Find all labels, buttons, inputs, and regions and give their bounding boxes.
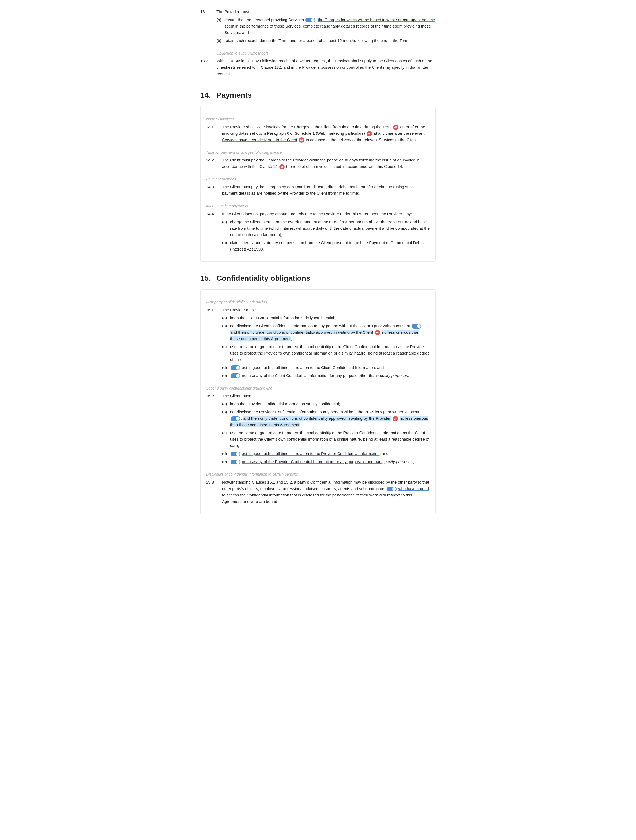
toggle-15-1-e[interactable]: [231, 374, 240, 378]
toggle-15-2-b[interactable]: [231, 416, 240, 421]
section-15-heading: 15. Confidentiality obligations: [200, 272, 436, 284]
section-15-box: First party confidentiality undertaking …: [200, 289, 436, 514]
hl-15-1-d: act in good faith at all times in relati…: [242, 365, 375, 370]
clause-num-14-3: 14.3: [206, 184, 222, 198]
clause-15-3: 15.3 Notwithstanding Clauses 15.1 and 15…: [206, 479, 430, 506]
clause-15-3-body: Notwithstanding Clauses 15.1 and 15.2, a…: [222, 479, 430, 505]
clause-13-2: 13.2 Within 10 Business Days following r…: [200, 58, 436, 79]
sublabel-first-party: First party confidentiality undertaking: [206, 299, 430, 305]
clause-15-2-e: (e) not use any of the Provider Confiden…: [222, 458, 430, 465]
sublabel-issue-invoices: Issue of invoices: [206, 116, 430, 122]
clause-13-1-intro: The Provider must:: [216, 9, 436, 15]
placeholder-15-1-e: specify purposes: [378, 373, 408, 378]
toggle-15-3[interactable]: [387, 486, 397, 491]
or-badge-14-2-a: or: [279, 164, 285, 169]
sublabel-disclosure: Disclosure of confidential information t…: [206, 471, 430, 477]
hl-14-1-a: from time to time during the Term: [333, 125, 392, 129]
hl-15-1-e: not use any of the Client Confidential I…: [242, 373, 378, 378]
clause-14-3: 14.3 The Client must pay the Charges by …: [206, 184, 430, 198]
sublabel-time-payment: Time for payment of charges following in…: [206, 150, 430, 155]
clause-14-3-body: The Client must pay the Charges by debit…: [222, 184, 430, 196]
clause-15-1-c: (c) use the same degree of care to prote…: [222, 344, 430, 363]
clause-15-1-b: (b) not disclose the Client Confidential…: [222, 323, 430, 342]
clause-15-1-a: (a) keep the Client Confidential Informa…: [222, 315, 430, 321]
clause-num-15-3: 15.3: [206, 479, 222, 506]
section-14-box: Issue of invoices 14.1 The Provider shal…: [200, 106, 436, 262]
clause-13-1-b: (b) retain such records during the Term,…: [216, 38, 436, 44]
sublabel-obligation: Obligation to supply timesheets: [216, 50, 436, 56]
section-13: 13.1 The Provider must: (a) ensure that …: [200, 9, 436, 79]
clause-15-2-b: (b) not disclose the Provider Confidenti…: [222, 409, 430, 428]
clause-14-2-body: The Client must pay the Charges to the P…: [222, 157, 430, 170]
clause-14-1-body: The Provider shall issue invoices for th…: [222, 124, 430, 143]
hl-15-2-e: not use any of the Provider Confidential…: [242, 459, 383, 464]
sublabel-second-party: Second party confidentiality undertaking: [206, 385, 430, 391]
hl-bg-15-2-b-1: and then only under conditions of confid…: [243, 416, 391, 420]
hl-15-2-d: act in good faith at all times in relati…: [242, 451, 379, 456]
or-badge-15-1-b: or: [375, 330, 380, 335]
clause-14-2: 14.2 The Client must pay the Charges to …: [206, 157, 430, 171]
clause-15-2-intro: The Client must:: [222, 393, 430, 399]
clause-15-1-d: (d) act in good faith at all times in re…: [222, 365, 430, 371]
section-15-number: 15.: [200, 272, 213, 284]
clause-15-1-e: (e) not use any of the Client Confidenti…: [222, 373, 430, 379]
clause-15-2-d: (d) act in good faith at all times in re…: [222, 450, 430, 457]
clause-15-2-a: (a) keep the Provider Confidential Infor…: [222, 401, 430, 407]
clause-num-15-2: 15.2: [206, 393, 222, 466]
or-badge-15-2-b: or: [392, 416, 398, 422]
clause-15-1-intro: The Provider must:: [222, 306, 430, 313]
clause-13-1-a: (a) ensure that the personnel providing …: [216, 17, 436, 36]
document-content: 13.1 The Provider must: (a) ensure that …: [200, 9, 436, 514]
clause-14-4: 14.4 If the Client does not pay any amou…: [206, 211, 430, 254]
clause-num-13-2: 13.2: [200, 58, 216, 79]
clause-14-4-b: (b) claim interest and statutory compens…: [222, 240, 430, 253]
clause-num-13-1: 13.1: [200, 9, 216, 46]
hl-bg-15-1-b-1: and then only under conditions of confid…: [230, 330, 373, 335]
clause-15-1: 15.1 The Provider must: (a) keep the Cli…: [206, 306, 430, 381]
hl-15-3: who have a need to access the Confidenti…: [222, 486, 429, 504]
or-badge-14-1-b: or: [367, 131, 372, 136]
hl-13-1-a: the Charges for which will be based in w…: [225, 17, 435, 28]
sublabel-interest: Interest on late payments: [206, 203, 430, 209]
or-badge-14-1-a: or: [393, 125, 398, 130]
clause-13-1: 13.1 The Provider must: (a) ensure that …: [200, 9, 436, 46]
toggle-15-1-b[interactable]: [411, 324, 421, 328]
clause-14-4-a: (a) charge the Client interest on the ov…: [222, 219, 430, 238]
hl-14-4-a: charge the Client interest on the overdu…: [230, 219, 427, 231]
clause-14-4-intro: If the Client does not pay any amount pr…: [222, 211, 430, 217]
clause-14-1: 14.1 The Provider shall issue invoices f…: [206, 124, 430, 145]
clause-15-2-c: (c) use the same degree of care to prote…: [222, 429, 430, 449]
toggle-15-2-d[interactable]: [231, 452, 240, 456]
hl-14-2-b: the receipt of an invoice issued in acco…: [286, 164, 402, 169]
section-15-title: Confidentiality obligations: [216, 272, 310, 284]
clause-num-14-2: 14.2: [206, 157, 222, 171]
placeholder-15-2-e: specify purposes: [383, 459, 412, 464]
toggle-13-1-a[interactable]: [305, 17, 315, 22]
toggle-15-2-e[interactable]: [231, 459, 240, 464]
clause-13-2-body: Within 10 Business Days following receip…: [216, 58, 436, 77]
toggle-15-1-d[interactable]: [231, 365, 240, 370]
clause-15-2: 15.2 The Client must: (a) keep the Provi…: [206, 393, 430, 466]
clause-num-14-1: 14.1: [206, 124, 222, 145]
section-14-title: Payments: [216, 89, 252, 101]
section-14-number: 14.: [200, 89, 213, 101]
sublabel-payment-methods: Payment methods: [206, 176, 430, 182]
clause-num-14-4: 14.4: [206, 211, 222, 254]
section-14-heading: 14. Payments: [200, 89, 436, 101]
clause-num-15-1: 15.1: [206, 306, 222, 381]
or-badge-14-1-c: or: [299, 137, 304, 143]
